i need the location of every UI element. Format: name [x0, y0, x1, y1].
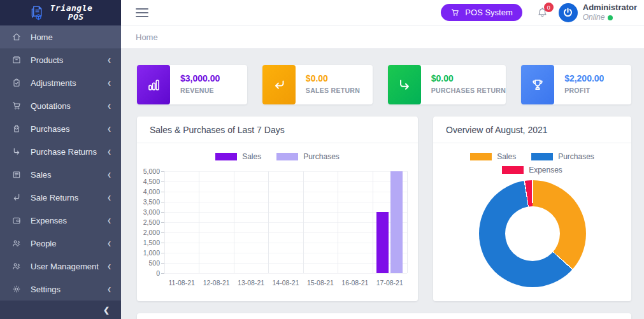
gridline	[164, 222, 407, 223]
stat-icon-box	[521, 65, 554, 104]
y-axis-tick	[161, 171, 164, 172]
sidebar-item-label: Sales	[31, 170, 52, 180]
next-section-card	[137, 313, 631, 319]
y-axis-tick-label: 0	[137, 269, 160, 277]
gridline	[164, 232, 407, 233]
trophy-icon	[529, 76, 546, 93]
sidebar-item-label: Quotations	[31, 101, 71, 111]
triangle-pos-logo-icon	[29, 4, 46, 22]
sidebar-item-purchases[interactable]: Purchases❮	[0, 117, 121, 140]
legend-item-expenses[interactable]: Expenses	[502, 166, 562, 174]
stat-value: $2,200.00	[564, 73, 604, 83]
legend-label: Purchases	[558, 152, 594, 161]
sidebar-item-label: Settings	[31, 285, 61, 294]
chevron-left-icon: ❮	[107, 287, 111, 292]
y-axis-tick	[161, 202, 164, 202]
y-axis-tick-label: 4,000	[137, 188, 160, 195]
legend-swatch	[502, 166, 524, 174]
donut-chart	[479, 180, 586, 287]
users-icon	[11, 261, 22, 271]
sidebar-item-label: People	[31, 239, 56, 248]
sidebar-item-purchase-returns[interactable]: Purchase Returns❮	[0, 140, 121, 163]
pos-system-button[interactable]: POS System	[441, 4, 522, 21]
donut-chart-legend: SalesPurchasesExpenses	[450, 152, 615, 174]
sidebar-item-expenses[interactable]: Expenses❮	[0, 209, 121, 232]
stat-corner-icon	[396, 76, 413, 93]
users-icon	[11, 238, 22, 248]
legend-label: Purchases	[303, 152, 340, 161]
chevron-left-icon: ❮	[103, 306, 110, 315]
bar-chart-legend: SalesPurchases	[137, 152, 418, 161]
user-avatar[interactable]	[559, 3, 578, 22]
breadcrumb-home[interactable]: Home	[136, 32, 158, 42]
user-status: Online	[583, 13, 637, 22]
stat-label: SALES RETURN	[306, 87, 360, 94]
x-axis-tick-label: 16-08-21	[336, 279, 374, 287]
chevron-left-icon: ❮	[107, 241, 111, 246]
menu-toggle-icon[interactable]	[136, 8, 148, 17]
y-axis-tick	[161, 181, 164, 182]
sidebar-item-user-management[interactable]: User Management❮	[0, 255, 121, 278]
y-axis-tick-label: 1,500	[137, 239, 160, 246]
stat-icon-box	[262, 65, 296, 104]
donut-hole	[505, 206, 560, 261]
overview-chart-card: Overview of August, 2021 SalesPurchasesE…	[433, 117, 631, 301]
notifications-button[interactable]: 0	[536, 6, 548, 18]
topbar: POS System 0 Administrator Online	[121, 0, 644, 25]
y-axis-tick	[161, 273, 164, 274]
sidebar-item-sale-returns[interactable]: Sale Returns❮	[0, 186, 121, 209]
stat-value: $0.00	[431, 73, 506, 83]
y-axis-tick-label: 2,500	[137, 218, 160, 226]
notification-badge: 0	[544, 3, 554, 12]
legend-item-purchases[interactable]: Purchases	[276, 152, 340, 161]
sidebar-item-products[interactable]: Products❮	[0, 48, 121, 71]
y-axis-tick-label: 2,000	[137, 229, 160, 236]
chevron-left-icon: ❮	[107, 57, 111, 63]
sidebar-item-home[interactable]: Home	[0, 25, 121, 48]
y-axis-tick-label: 5,000	[137, 167, 160, 175]
sidebar-item-label: User Management	[31, 262, 99, 271]
x-axis-tick-label: 12-08-21	[197, 279, 236, 287]
gridline	[164, 202, 407, 202]
stat-card-profit: $2,200.00PROFIT	[521, 65, 631, 104]
stat-value: $3,000.00	[180, 73, 220, 83]
sidebar-item-settings[interactable]: Settings❮	[0, 278, 121, 301]
legend-item-purchases[interactable]: Purchases	[531, 152, 594, 161]
sidebar-item-sales[interactable]: Sales❮	[0, 163, 121, 186]
sidebar-item-label: Products	[31, 55, 63, 65]
user-name: Administrator	[583, 3, 637, 13]
stat-card-revenue: $3,000.00REVENUE	[137, 65, 247, 104]
cart-icon	[450, 8, 460, 17]
sidebar-collapse-button[interactable]: ❮	[0, 301, 121, 319]
stats-row: $3,000.00REVENUE$0.00SALES RETURN$0.00PU…	[137, 65, 631, 104]
sidebar-item-quotations[interactable]: Quotations❮	[0, 94, 121, 117]
legend-swatch	[276, 153, 298, 160]
stat-label: PROFIT	[564, 87, 604, 94]
sidebar-item-label: Purchase Returns	[31, 147, 97, 157]
legend-item-sales[interactable]: Sales	[470, 152, 516, 161]
legend-label: Sales	[242, 152, 261, 161]
gridline	[234, 171, 234, 273]
stat-icon-box	[388, 65, 421, 104]
user-menu[interactable]: Administrator Online	[583, 3, 637, 22]
online-status-dot	[608, 15, 613, 20]
legend-label: Expenses	[529, 166, 562, 174]
stat-card-sales-return: $0.00SALES RETURN	[262, 65, 373, 104]
legend-swatch	[215, 153, 237, 160]
app-logo[interactable]: TrianglePOS	[0, 0, 121, 25]
legend-swatch	[470, 153, 492, 160]
sidebar-item-label: Home	[31, 32, 53, 42]
y-axis-tick	[161, 212, 164, 213]
sidebar-item-adjustments[interactable]: Adjustments❮	[0, 71, 121, 94]
legend-item-sales[interactable]: Sales	[215, 152, 261, 161]
dashboard-content: $3,000.00REVENUE$0.00SALES RETURN$0.00PU…	[121, 49, 644, 319]
gridline	[373, 171, 373, 273]
sidebar-nav: HomeProducts❮Adjustments❮Quotations❮Purc…	[0, 25, 121, 301]
x-axis-tick-label: 13-08-21	[232, 279, 270, 287]
sidebar-item-people[interactable]: People❮	[0, 232, 121, 255]
home-icon	[11, 32, 22, 42]
x-axis-tick-label: 11-08-21	[162, 279, 201, 287]
y-axis-tick-label: 1,000	[137, 249, 160, 257]
y-axis-tick-label: 4,500	[137, 178, 160, 185]
sidebar-item-label: Purchases	[31, 124, 69, 134]
